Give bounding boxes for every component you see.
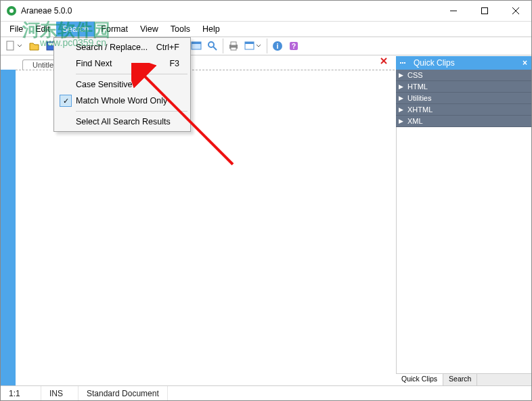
menu-item-search-replace[interactable]: Search / Replace... Ctrl+F	[56, 39, 189, 55]
maximize-button[interactable]	[469, 1, 500, 21]
menu-bar: File Edit Search Format View Tools Help	[1, 22, 531, 37]
status-document-type: Standard Document	[79, 386, 168, 400]
menu-help[interactable]: Help	[196, 22, 226, 37]
svg-rect-3	[482, 8, 488, 14]
menu-item-case-sensitive[interactable]: Case Sensitive	[56, 76, 189, 93]
menu-item-find-next[interactable]: Find Next F3	[56, 55, 189, 72]
help-button[interactable]: ?	[286, 38, 302, 54]
menu-view[interactable]: View	[134, 22, 164, 37]
svg-point-1	[9, 9, 14, 13]
side-panel-header: Quick Clips ×	[396, 56, 531, 70]
svg-point-11	[208, 42, 214, 47]
side-panel-close-icon[interactable]: ×	[523, 58, 527, 68]
menu-edit[interactable]: Edit	[29, 22, 56, 37]
svg-rect-8	[48, 43, 53, 45]
menu-item-select-all-results[interactable]: Select All Search Results	[56, 114, 189, 130]
print-button[interactable]	[225, 38, 242, 54]
status-insert-mode: INS	[41, 386, 79, 400]
close-button[interactable]	[500, 1, 531, 21]
search-menu-dropdown: Search / Replace... Ctrl+F Find Next F3 …	[53, 37, 191, 132]
svg-text:i: i	[276, 42, 278, 50]
clip-category[interactable]: ▶XHTML	[396, 104, 531, 116]
window-title: Araneae 5.0.0	[21, 6, 438, 16]
clip-content-area	[396, 127, 531, 373]
editor-gutter	[1, 70, 16, 385]
side-tab-quickclips[interactable]: Quick Clips	[396, 374, 443, 385]
chevron-right-icon: ▶	[399, 83, 403, 90]
menu-separator	[76, 111, 187, 112]
search-button[interactable]	[204, 38, 221, 54]
clip-category[interactable]: ▶XML	[396, 116, 531, 127]
browser-button[interactable]	[242, 38, 265, 54]
menu-tools[interactable]: Tools	[164, 22, 196, 37]
info-button[interactable]: i	[269, 38, 286, 54]
title-bar: Araneae 5.0.0	[1, 1, 531, 22]
checkmark-icon: ✓	[60, 95, 72, 107]
new-file-button[interactable]	[3, 38, 26, 54]
chevron-right-icon: ▶	[399, 72, 403, 78]
open-file-button[interactable]	[26, 38, 43, 54]
svg-line-12	[213, 47, 217, 50]
side-panel-tabs: Quick Clips Search	[396, 373, 531, 385]
menu-format[interactable]: Format	[95, 22, 134, 37]
svg-rect-14	[231, 42, 236, 45]
chevron-right-icon: ▶	[399, 106, 403, 113]
svg-rect-10	[192, 42, 201, 44]
side-panel: Quick Clips × ▶CSS ▶HTML ▶Utilities ▶XHT…	[396, 56, 531, 385]
clip-category[interactable]: ▶Utilities	[396, 93, 531, 104]
side-tab-search[interactable]: Search	[443, 374, 477, 385]
menu-separator	[76, 74, 187, 74]
app-icon	[6, 5, 17, 16]
minimize-button[interactable]	[438, 1, 469, 21]
status-bar: 1:1 INS Standard Document	[1, 385, 531, 400]
svg-text:?: ?	[292, 43, 296, 50]
svg-rect-17	[245, 42, 254, 44]
clip-category-list: ▶CSS ▶HTML ▶Utilities ▶XHTML ▶XML	[396, 70, 531, 127]
chevron-right-icon: ▶	[399, 118, 403, 124]
svg-rect-6	[7, 41, 14, 50]
status-cursor-position: 1:1	[1, 386, 41, 400]
svg-rect-15	[231, 47, 236, 50]
menu-item-match-whole-word[interactable]: ✓ Match Whole Word Only	[56, 93, 189, 109]
clip-category[interactable]: ▶CSS	[396, 70, 531, 81]
tab-close-icon[interactable]	[380, 57, 388, 66]
grip-icon	[400, 62, 405, 64]
menu-search[interactable]: Search	[56, 22, 95, 37]
chevron-right-icon: ▶	[399, 95, 403, 101]
side-panel-title: Quick Clips	[414, 58, 455, 68]
menu-file[interactable]: File	[3, 22, 29, 37]
clip-category[interactable]: ▶HTML	[396, 81, 531, 93]
